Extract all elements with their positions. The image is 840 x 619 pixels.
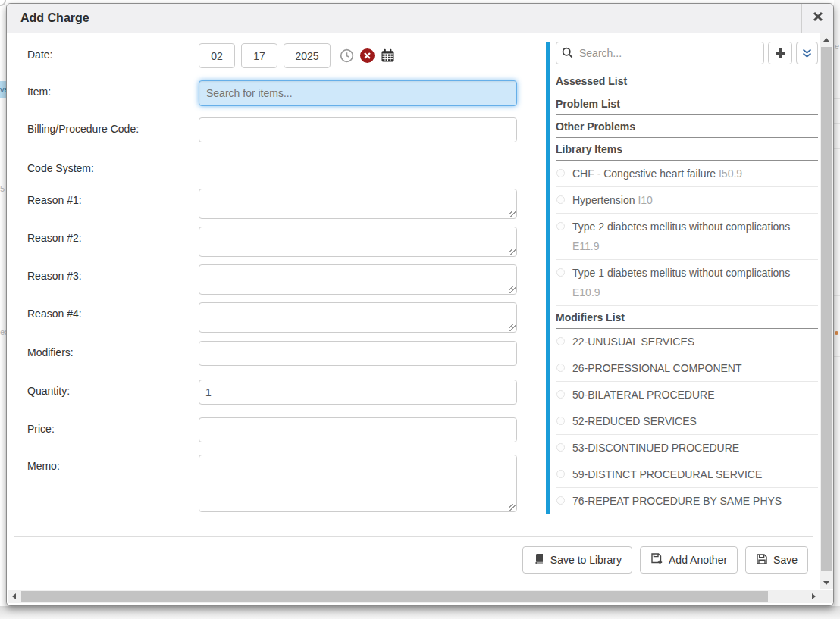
memo-textarea[interactable] bbox=[199, 455, 517, 512]
clear-date-icon[interactable] bbox=[360, 48, 375, 63]
item-name: 26-PROFESSIONAL COMPONENT bbox=[572, 362, 742, 374]
modifier-item[interactable]: 50-BILATERAL PROCEDURE bbox=[556, 382, 818, 408]
modifiers-label: Modifiers: bbox=[27, 346, 74, 358]
background-text-fragment: e bbox=[835, 42, 839, 51]
item-code: E11.9 bbox=[572, 240, 600, 252]
item-name: 52-REDUCED SERVICES bbox=[572, 415, 697, 427]
quantity-input[interactable] bbox=[199, 380, 517, 405]
item-code: I50.9 bbox=[719, 167, 742, 180]
price-label: Price: bbox=[27, 423, 55, 435]
library-item[interactable]: CHF - Congestive heart failure I50.9 bbox=[556, 161, 818, 187]
reason1-label: Reason #1: bbox=[27, 194, 82, 206]
price-input[interactable] bbox=[199, 417, 517, 442]
modifier-item[interactable]: 59-DISTINCT PROCEDURAL SERVICE bbox=[556, 461, 818, 488]
button-label: Save bbox=[773, 554, 798, 566]
dialog-body: Date: bbox=[7, 33, 833, 605]
add-item-button[interactable] bbox=[768, 42, 792, 64]
calendar-icon[interactable] bbox=[381, 48, 395, 63]
close-icon bbox=[813, 11, 823, 25]
radio-circle-icon bbox=[556, 417, 565, 425]
memo-label: Memo: bbox=[27, 460, 60, 472]
item-name: CHF - Congestive heart failure bbox=[572, 167, 716, 180]
date-year-input[interactable] bbox=[284, 43, 331, 68]
item-label: Item: bbox=[27, 86, 51, 98]
radio-circle-icon bbox=[556, 496, 565, 505]
date-month-input[interactable] bbox=[199, 43, 235, 68]
modifier-item[interactable]: 22-UNUSUAL SERVICES bbox=[556, 329, 818, 355]
library-item[interactable]: Type 1 diabetes mellitus without complic… bbox=[556, 260, 818, 306]
item-name: 53-DISCONTINUED PROCEDURE bbox=[572, 442, 739, 454]
reason3-label: Reason #3: bbox=[27, 270, 82, 282]
clock-icon[interactable] bbox=[340, 48, 354, 63]
reason3-textarea[interactable] bbox=[199, 264, 517, 295]
reason2-textarea[interactable] bbox=[199, 227, 517, 257]
reason4-textarea[interactable] bbox=[199, 302, 517, 333]
dialog-header: Add Charge bbox=[7, 4, 833, 33]
reason4-label: Reason #4: bbox=[27, 308, 82, 320]
collapse-all-button[interactable] bbox=[796, 42, 818, 64]
item-name: Hypertension bbox=[572, 194, 635, 206]
modifier-item[interactable]: 26-PROFESSIONAL COMPONENT bbox=[556, 355, 818, 382]
sidebar-search-input[interactable] bbox=[556, 42, 764, 64]
footer-divider bbox=[14, 536, 813, 537]
radio-circle-icon bbox=[556, 364, 565, 372]
vertical-scrollbar-thumb[interactable] bbox=[821, 47, 832, 571]
section-header-other-problems: Other Problems bbox=[556, 115, 818, 138]
background-dot bbox=[835, 331, 838, 335]
quantity-label: Quantity: bbox=[27, 385, 70, 397]
radio-circle-icon bbox=[556, 195, 565, 204]
scroll-up-arrow[interactable] bbox=[823, 38, 829, 42]
radio-circle-icon bbox=[556, 222, 565, 230]
scroll-left-arrow[interactable] bbox=[12, 593, 16, 599]
page-background-bottom bbox=[0, 606, 840, 619]
dialog-title: Add Charge bbox=[7, 4, 89, 33]
save-to-library-button[interactable]: Save to Library bbox=[522, 546, 632, 574]
code-system-label: Code System: bbox=[27, 162, 94, 174]
background-arc bbox=[0, 0, 6, 6]
reason2-label: Reason #2: bbox=[27, 232, 82, 244]
item-search-input[interactable] bbox=[199, 80, 517, 106]
scrollbar-corner bbox=[820, 590, 833, 603]
scroll-down-arrow[interactable] bbox=[823, 581, 829, 585]
add-charge-dialog: Add Charge Date: bbox=[6, 3, 834, 606]
section-header-problem-list: Problem List bbox=[556, 92, 818, 115]
book-icon bbox=[533, 553, 545, 567]
section-header-assessed-list: Assessed List bbox=[556, 70, 818, 92]
item-code: E10.9 bbox=[572, 286, 600, 299]
double-chevron-down-icon bbox=[802, 48, 812, 58]
text-caret bbox=[205, 86, 205, 100]
vertical-scrollbar[interactable] bbox=[820, 33, 833, 589]
item-name: 50-BILATERAL PROCEDURE bbox=[572, 389, 715, 401]
billing-code-input[interactable] bbox=[199, 117, 517, 142]
modifier-item[interactable]: 53-DISCONTINUED PROCEDURE bbox=[556, 435, 818, 461]
scroll-right-arrow[interactable] bbox=[812, 593, 816, 599]
item-name: Type 1 diabetes mellitus without complic… bbox=[572, 267, 790, 279]
section-header-modifiers-list: Modifiers List bbox=[556, 306, 818, 329]
radio-circle-icon bbox=[556, 443, 565, 452]
reason1-textarea[interactable] bbox=[199, 189, 517, 219]
horizontal-scrollbar[interactable] bbox=[8, 590, 820, 603]
radio-circle-icon bbox=[556, 470, 565, 478]
library-item[interactable]: Hypertension I10 bbox=[556, 187, 818, 214]
item-code: I10 bbox=[638, 194, 652, 206]
save-plus-icon bbox=[650, 552, 663, 567]
save-icon bbox=[756, 553, 768, 567]
clinical-lists-panel: Assessed List Problem List Other Problem… bbox=[546, 42, 818, 514]
add-another-button[interactable]: Add Another bbox=[640, 546, 738, 574]
save-button[interactable]: Save bbox=[745, 546, 808, 574]
item-name: Type 2 diabetes mellitus without complic… bbox=[572, 220, 790, 233]
library-item[interactable]: Type 2 diabetes mellitus without complic… bbox=[556, 214, 818, 260]
radio-circle-icon bbox=[556, 390, 565, 399]
modifier-item[interactable]: 52-REDUCED SERVICES bbox=[556, 408, 818, 435]
background-text-fragment: 5 bbox=[0, 184, 5, 193]
background-highlight-fragment: ve bbox=[0, 81, 6, 98]
horizontal-scrollbar-thumb[interactable] bbox=[21, 591, 768, 602]
close-button[interactable] bbox=[801, 4, 833, 33]
date-day-input[interactable] bbox=[241, 43, 277, 68]
modifier-item[interactable]: 76-REPEAT PROCEDURE BY SAME PHYS bbox=[556, 488, 818, 514]
item-name: 59-DISTINCT PROCEDURAL SERVICE bbox=[572, 468, 762, 480]
item-name: 22-UNUSUAL SERVICES bbox=[572, 336, 694, 348]
modifiers-input[interactable] bbox=[199, 341, 517, 366]
plus-icon bbox=[775, 48, 786, 59]
section-header-library-items: Library Items bbox=[556, 138, 818, 161]
